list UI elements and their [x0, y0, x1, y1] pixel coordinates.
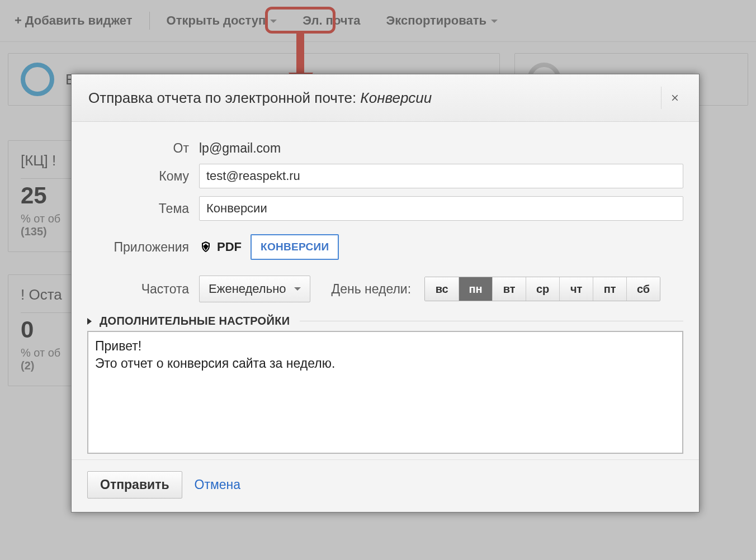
close-icon: [670, 93, 680, 103]
dialog-header: Отправка отчета по электронной почте: Ко…: [72, 74, 699, 122]
pdf-icon: [199, 240, 212, 254]
attachment-format[interactable]: PDF: [199, 240, 242, 254]
dow-su[interactable]: вс: [425, 277, 459, 301]
row-to: Кому: [87, 164, 683, 188]
dialog-footer: Отправить Отмена: [72, 459, 699, 512]
attachment-chip-label: КОНВЕРСИИ: [261, 241, 329, 253]
advanced-toggle[interactable]: ДОПОЛНИТЕЛЬНЫЕ НАСТРОЙКИ: [87, 315, 683, 328]
dow-mo[interactable]: пн: [459, 277, 492, 301]
frequency-value: Еженедельно: [209, 282, 286, 296]
label-attachments: Приложения: [87, 240, 199, 255]
send-button[interactable]: Отправить: [87, 471, 182, 499]
attach-area: PDF КОНВЕРСИИ: [199, 234, 339, 260]
label-to: Кому: [87, 169, 199, 184]
value-from: lp@gmail.com: [199, 141, 281, 156]
dow-we[interactable]: ср: [526, 277, 559, 301]
label-frequency: Частота: [87, 282, 199, 297]
label-day-of-week: День недели:: [332, 282, 412, 297]
cancel-button[interactable]: Отмена: [195, 477, 241, 492]
dow-fr[interactable]: пт: [593, 277, 626, 301]
close-button[interactable]: [661, 87, 688, 109]
dialog-title: Отправка отчета по электронной почте: Ко…: [88, 89, 432, 107]
frequency-select[interactable]: Еженедельно: [199, 276, 310, 302]
divider: [300, 321, 683, 321]
row-frequency: Частота Еженедельно День недели: вс пн в…: [87, 276, 683, 302]
send-label: Отправить: [100, 477, 169, 492]
dow-tu[interactable]: вт: [492, 277, 526, 301]
label-from: От: [87, 141, 199, 156]
row-from: От lp@gmail.com: [87, 141, 683, 156]
frequency-area: Еженедельно День недели: вс пн вт ср чт …: [199, 276, 660, 302]
label-subject: Тема: [87, 201, 199, 216]
attachment-format-label: PDF: [217, 240, 242, 254]
message-body-field[interactable]: [87, 331, 683, 454]
advanced-label: ДОПОЛНИТЕЛЬНЫЕ НАСТРОЙКИ: [100, 315, 290, 328]
day-of-week-group: вс пн вт ср чт пт сб: [424, 277, 660, 301]
email-dialog: Отправка отчета по электронной почте: Ко…: [71, 74, 700, 512]
to-field[interactable]: [199, 164, 683, 188]
dow-th[interactable]: чт: [559, 277, 593, 301]
row-attachments: Приложения PDF КОНВЕРСИИ: [87, 234, 683, 260]
dialog-title-prefix: Отправка отчета по электронной почте:: [88, 89, 360, 106]
subject-field[interactable]: [199, 196, 683, 221]
dialog-body: От lp@gmail.com Кому Тема Приложения PDF…: [72, 122, 699, 459]
row-subject: Тема: [87, 196, 683, 221]
cancel-label: Отмена: [195, 477, 241, 492]
attachment-chip[interactable]: КОНВЕРСИИ: [251, 234, 339, 260]
dialog-report-name: Конверсии: [360, 89, 432, 106]
dow-sa[interactable]: сб: [626, 277, 660, 301]
chevron-right-icon: [87, 318, 95, 325]
